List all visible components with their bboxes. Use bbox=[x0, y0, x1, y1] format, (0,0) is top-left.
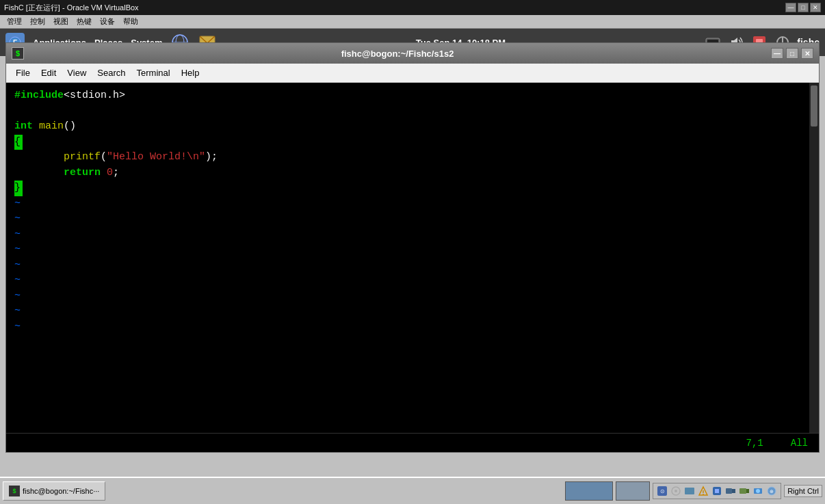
cursor-position: 7,1 bbox=[746, 438, 763, 449]
code-tilde-4: ~ bbox=[14, 242, 801, 258]
terminal-close[interactable]: ✕ bbox=[801, 48, 813, 59]
code-line-4: { bbox=[14, 135, 801, 150]
code-line-7: } bbox=[14, 181, 801, 196]
tray-icon-7 bbox=[738, 485, 750, 497]
preview-box-1 bbox=[565, 481, 613, 501]
task-label: fishc@bogon:~/Fishc··· bbox=[23, 487, 99, 495]
svg-rect-27 bbox=[746, 489, 749, 493]
terminal-title: fishc@bogon:~/Fishc/s1s2 bbox=[24, 49, 771, 59]
tray-icon-3 bbox=[683, 485, 696, 497]
svg-point-17 bbox=[675, 490, 677, 492]
close-button[interactable]: ✕ bbox=[810, 3, 821, 12]
code-tilde-8: ~ bbox=[14, 304, 801, 319]
terminal-icon: $ bbox=[12, 47, 24, 59]
code-tilde-3: ~ bbox=[14, 227, 801, 243]
tray-icon-4 bbox=[697, 485, 709, 497]
code-tilde-2: ~ bbox=[14, 211, 801, 227]
terminal-menu-search[interactable]: Search bbox=[92, 66, 131, 79]
code-line-3: int main() bbox=[14, 119, 801, 135]
svg-rect-25 bbox=[732, 489, 735, 493]
taskbar-bottom-left: $ fishc@bogon:~/Fishc··· bbox=[3, 481, 105, 501]
terminal-window-buttons: — □ ✕ bbox=[771, 48, 813, 59]
menu-view[interactable]: 视图 bbox=[49, 16, 73, 27]
tray-icon-8 bbox=[752, 485, 764, 497]
titlebar-buttons: — □ ✕ bbox=[785, 3, 821, 12]
menu-control[interactable]: 控制 bbox=[26, 16, 49, 27]
terminal-scrollbar[interactable] bbox=[809, 83, 819, 433]
svg-rect-24 bbox=[726, 488, 732, 494]
code-line-2 bbox=[14, 104, 801, 120]
bracket-close-marker: } bbox=[14, 181, 23, 196]
status-all: All bbox=[791, 438, 808, 449]
menu-hotkey[interactable]: 热键 bbox=[73, 16, 96, 27]
code-tilde-6: ~ bbox=[14, 273, 801, 289]
task-button-terminal[interactable]: $ fishc@bogon:~/Fishc··· bbox=[3, 481, 105, 501]
terminal-minimize[interactable]: — bbox=[771, 48, 783, 59]
terminal-menu-help[interactable]: Help bbox=[176, 66, 205, 79]
task-terminal-icon: $ bbox=[9, 486, 20, 496]
terminal-menu-view[interactable]: View bbox=[62, 66, 92, 79]
menu-devices[interactable]: 设备 bbox=[96, 16, 119, 27]
titlebar-text: FishC [正在运行] - Oracle VM VirtualBox bbox=[4, 3, 139, 13]
virtualbox-menubar: 管理 控制 视图 热键 设备 帮助 bbox=[0, 15, 825, 29]
code-editor[interactable]: #include<stdion.h> int main() { printf("… bbox=[6, 83, 809, 433]
code-tilde-1: ~ bbox=[14, 196, 801, 212]
svg-point-29 bbox=[756, 489, 760, 493]
system-tray: ⊙ ⊕ bbox=[653, 483, 781, 499]
tray-icon-1: ⊙ bbox=[656, 485, 668, 497]
terminal-menubar: File Edit View Search Terminal Help bbox=[6, 64, 819, 83]
tray-icon-5 bbox=[711, 485, 723, 497]
terminal-menu-terminal[interactable]: Terminal bbox=[131, 66, 176, 79]
code-line-6: return 0; bbox=[14, 165, 801, 181]
menu-help[interactable]: 帮助 bbox=[119, 16, 142, 27]
menu-manage[interactable]: 管理 bbox=[3, 16, 26, 27]
tray-icon-6 bbox=[724, 485, 737, 497]
terminal-window: $ fishc@bogon:~/Fishc/s1s2 — □ ✕ File Ed… bbox=[5, 42, 820, 453]
terminal-menu-file[interactable]: File bbox=[10, 66, 36, 79]
tray-icon-9: ⊕ bbox=[765, 485, 778, 497]
virtualbox-titlebar: FishC [正在运行] - Oracle VM VirtualBox — □ … bbox=[0, 0, 825, 15]
taskbar-bottom-right: ⊙ ⊕ bbox=[565, 481, 822, 501]
terminal-menu-edit[interactable]: Edit bbox=[36, 66, 62, 79]
right-ctrl-label: Right Ctrl bbox=[784, 485, 822, 497]
tray-icon-2 bbox=[670, 485, 682, 497]
code-line-1: #include<stdion.h> bbox=[14, 88, 801, 104]
svg-text:⊕: ⊕ bbox=[770, 489, 774, 494]
code-tilde-5: ~ bbox=[14, 258, 801, 274]
terminal-content[interactable]: #include<stdion.h> int main() { printf("… bbox=[6, 83, 819, 433]
maximize-button[interactable]: □ bbox=[798, 3, 809, 12]
taskbar-bottom: $ fishc@bogon:~/Fishc··· ⊙ bbox=[0, 477, 825, 504]
svg-rect-26 bbox=[739, 488, 746, 494]
bracket-open-marker: { bbox=[14, 135, 23, 150]
titlebar-left: FishC [正在运行] - Oracle VM VirtualBox bbox=[4, 3, 139, 13]
scrollbar-thumb[interactable] bbox=[811, 85, 817, 127]
code-tilde-9: ~ bbox=[14, 319, 801, 335]
svg-rect-18 bbox=[685, 488, 694, 494]
svg-text:⊙: ⊙ bbox=[660, 488, 665, 494]
code-line-5: printf("Hello World!\n"); bbox=[14, 150, 801, 165]
terminal-titlebar: $ fishc@bogon:~/Fishc/s1s2 — □ ✕ bbox=[6, 43, 819, 64]
code-tilde-7: ~ bbox=[14, 289, 801, 304]
terminal-maximize[interactable]: □ bbox=[786, 48, 798, 59]
svg-point-21 bbox=[703, 494, 704, 495]
preview-box-2 bbox=[616, 481, 650, 501]
svg-rect-23 bbox=[715, 489, 719, 493]
terminal-statusbar: 7,1 All bbox=[6, 433, 819, 452]
minimize-button[interactable]: — bbox=[785, 3, 796, 12]
